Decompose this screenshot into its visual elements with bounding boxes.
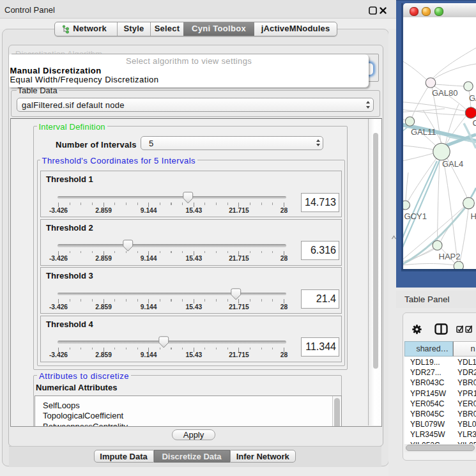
svg-text:GAL11: GAL11 [411,127,436,137]
svg-text:C: C [473,118,476,128]
svg-text:GCY1: GCY1 [404,211,427,221]
svg-text:HAP2: HAP2 [439,252,461,261]
svg-text:GA: GA [469,93,476,103]
svg-text:GAL80: GAL80 [432,88,457,98]
svg-text:H: H [471,211,476,221]
svg-text:GAL4: GAL4 [442,159,463,169]
